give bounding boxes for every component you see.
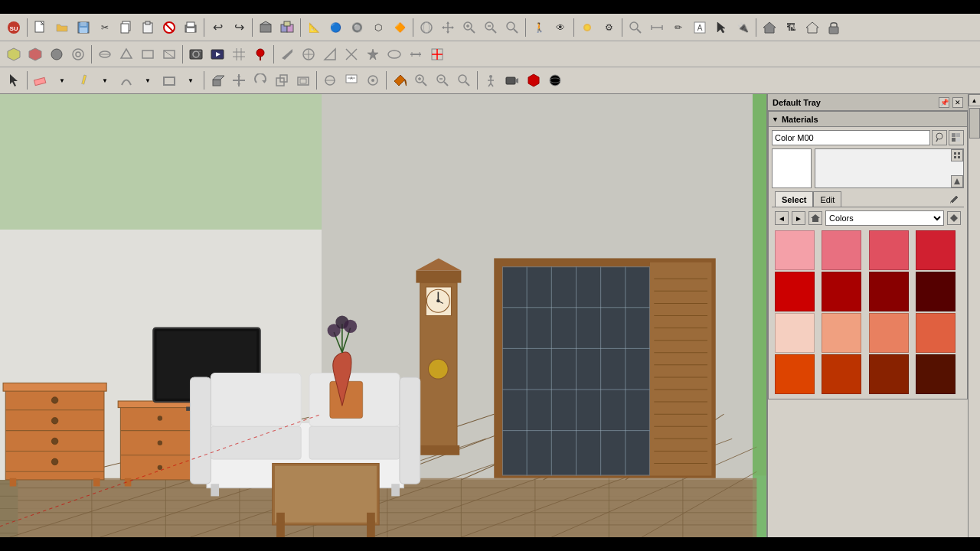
scale-tool[interactable]	[272, 70, 292, 90]
undo-button[interactable]: ↩	[207, 18, 227, 37]
pencil-drop[interactable]: ▼	[95, 70, 115, 90]
color-swatch-7[interactable]	[916, 272, 956, 311]
sample-btn[interactable]	[951, 175, 963, 187]
cut-button[interactable]: ✂	[95, 18, 115, 37]
material-name-extra-btn2[interactable]	[949, 130, 964, 145]
erase-button[interactable]	[159, 18, 179, 37]
sketchup-logo[interactable]: SU	[4, 18, 24, 37]
components-button[interactable]	[277, 18, 297, 37]
zoom-out-tool[interactable]	[433, 70, 452, 90]
search-button[interactable]	[626, 18, 645, 37]
color-swatch-1[interactable]	[822, 230, 861, 270]
color-swatch-12[interactable]	[775, 354, 815, 394]
color-swatch-14[interactable]	[869, 354, 909, 394]
color-swatch-0[interactable]	[775, 230, 815, 270]
copy-button[interactable]	[116, 18, 136, 37]
color-swatch-11[interactable]	[916, 313, 956, 353]
zoom3-button[interactable]	[502, 18, 522, 37]
measure-button[interactable]	[647, 18, 667, 37]
warehouse-button[interactable]: 🏗	[781, 18, 801, 37]
material-name-input[interactable]	[772, 130, 930, 145]
tools-button[interactable]: ⚙	[599, 18, 619, 37]
shape2-btn[interactable]	[116, 44, 136, 64]
pan-button[interactable]	[438, 18, 458, 37]
eraser-drop[interactable]: ▼	[52, 70, 72, 90]
material-detail-btn[interactable]	[951, 149, 963, 161]
walk-button[interactable]: 🚶	[529, 18, 549, 37]
meas3-btn[interactable]	[320, 44, 340, 64]
shape-tool[interactable]	[159, 70, 179, 90]
colors-dropdown[interactable]: Colors Brick and Cladding Carpet and Tex…	[825, 210, 944, 226]
camera6-btn[interactable]	[186, 44, 206, 64]
nav-back-btn[interactable]: ◄	[775, 211, 789, 225]
section2-btn[interactable]	[427, 44, 447, 64]
component-btn[interactable]	[4, 44, 24, 64]
pen-button[interactable]: ✏	[668, 18, 688, 37]
viewport[interactable]	[0, 94, 766, 537]
select2-button[interactable]	[711, 18, 731, 37]
save-button[interactable]	[74, 18, 93, 37]
scroll-up-btn[interactable]: ▲	[969, 94, 981, 106]
color-swatch-8[interactable]	[775, 313, 815, 353]
redo-button[interactable]: ↪	[229, 18, 249, 37]
scroll-thumb[interactable]	[969, 108, 980, 139]
eraser-tool[interactable]	[31, 70, 51, 90]
color-swatch-5[interactable]	[822, 272, 861, 311]
rotate-tool[interactable]	[250, 70, 270, 90]
tab-edit[interactable]: Edit	[813, 191, 841, 207]
camera1-button[interactable]: 📐	[304, 18, 324, 37]
plugin-button[interactable]: 🔌	[733, 18, 753, 37]
zoom-tool[interactable]	[411, 70, 431, 90]
open-button[interactable]	[52, 18, 72, 37]
print-button[interactable]	[181, 18, 201, 37]
solid-btn[interactable]	[47, 44, 67, 64]
extra1-tool[interactable]	[524, 70, 544, 90]
walkthru-tool[interactable]	[481, 70, 501, 90]
select-tool[interactable]	[4, 70, 24, 90]
circle-btn[interactable]	[95, 44, 115, 64]
meas-btn[interactable]	[277, 44, 297, 64]
grid-btn[interactable]	[229, 44, 249, 64]
section-btn[interactable]	[406, 44, 426, 64]
move-tool[interactable]	[229, 70, 249, 90]
sun-button[interactable]	[577, 18, 597, 37]
orbit-button[interactable]	[416, 18, 436, 37]
color-swatch-3[interactable]	[916, 230, 956, 270]
color-swatch-13[interactable]	[822, 354, 861, 394]
layer-btn[interactable]	[68, 44, 88, 64]
panel-close-button[interactable]: ✕	[952, 97, 963, 108]
sphere-tool[interactable]	[545, 70, 565, 90]
nav-forward-btn[interactable]: ►	[792, 211, 805, 225]
arc-tool[interactable]	[116, 70, 136, 90]
tab-pencil-icon[interactable]	[949, 193, 961, 205]
camera5-button[interactable]: 🔶	[390, 18, 410, 37]
lock-button[interactable]	[824, 18, 844, 37]
camera7-tool[interactable]	[502, 70, 522, 90]
color-swatch-6[interactable]	[869, 272, 909, 311]
tape-tool[interactable]	[320, 70, 340, 90]
offset-tool[interactable]	[293, 70, 313, 90]
apply-btn[interactable]	[947, 211, 961, 225]
zoomfit-tool[interactable]	[454, 70, 474, 90]
shape-drop[interactable]: ▼	[181, 70, 201, 90]
meas4-btn[interactable]	[341, 44, 361, 64]
house-button[interactable]	[760, 18, 779, 37]
text-button[interactable]: A	[690, 18, 710, 37]
zoom2-button[interactable]	[481, 18, 501, 37]
star-btn[interactable]	[363, 44, 383, 64]
model-button[interactable]	[256, 18, 276, 37]
zoom-button[interactable]	[459, 18, 479, 37]
play-btn[interactable]	[207, 44, 227, 64]
arc-drop[interactable]: ▼	[138, 70, 158, 90]
camera3-button[interactable]: 🔘	[347, 18, 367, 37]
nav-home-btn[interactable]	[808, 211, 822, 225]
color-swatch-2[interactable]	[869, 230, 909, 270]
camera2-button[interactable]: 🔵	[325, 18, 345, 37]
paint-tool[interactable]	[390, 70, 410, 90]
new-button[interactable]	[31, 18, 51, 37]
section-header[interactable]: ▼ Materials	[769, 112, 967, 127]
pin-button[interactable]: 📌	[939, 97, 949, 108]
push-tool[interactable]	[207, 70, 227, 90]
dynamic-btn[interactable]	[25, 44, 45, 64]
color-swatch-15[interactable]	[916, 354, 956, 394]
